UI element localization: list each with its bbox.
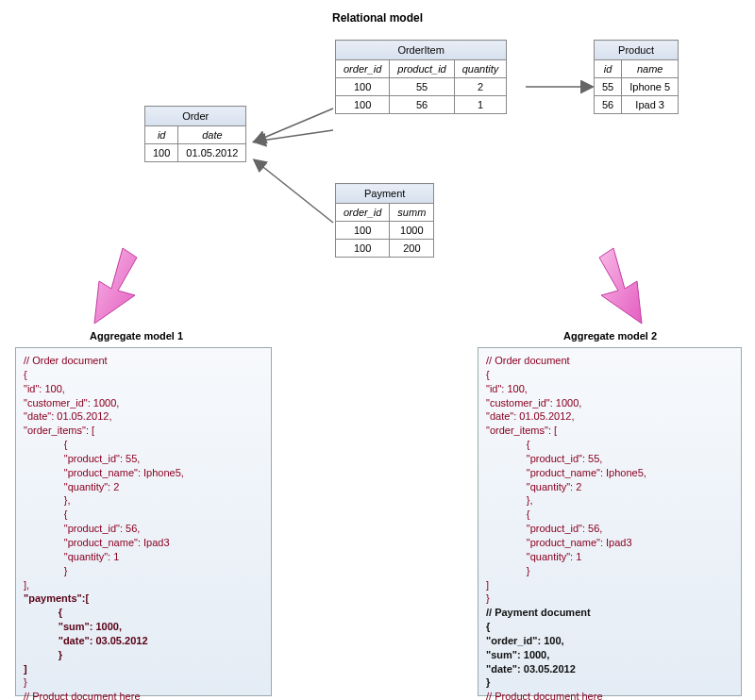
arrow-right-icon xyxy=(590,243,656,328)
col-order-id: order_id xyxy=(336,60,390,78)
col-name: name xyxy=(622,60,679,78)
table-row: 100 56 1 xyxy=(336,96,507,114)
svg-line-1 xyxy=(255,130,333,142)
col-id: id xyxy=(595,60,622,78)
table-order-col-date: date xyxy=(178,126,246,144)
table-orderitem-title: OrderItem xyxy=(336,41,507,60)
table-order: Order id date 100 01.05.2012 xyxy=(144,106,246,162)
aggregate1-document: // Order document { "id": 100, "customer… xyxy=(15,347,272,696)
table-orderitem: OrderItem order_id product_id quantity 1… xyxy=(335,40,507,114)
arrow-left-icon xyxy=(80,243,146,328)
svg-line-3 xyxy=(255,160,333,223)
aggregate2-label: Aggregate model 2 xyxy=(563,330,657,342)
diagram-title: Relational model xyxy=(0,11,755,25)
table-order-col-id: id xyxy=(145,126,178,144)
table-payment: Payment order_id summ 100 1000 100 200 xyxy=(335,183,434,258)
col-order-id: order_id xyxy=(336,204,390,222)
col-quantity: quantity xyxy=(454,60,507,78)
svg-marker-5 xyxy=(599,248,642,324)
svg-line-0 xyxy=(255,108,333,142)
svg-marker-4 xyxy=(94,248,137,324)
table-row: 100 200 xyxy=(336,240,434,258)
table-product: Product id name 55 Iphone 5 56 Ipad 3 xyxy=(594,40,679,114)
table-payment-title: Payment xyxy=(336,184,434,204)
aggregate2-document: // Order document { "id": 100, "customer… xyxy=(478,347,742,696)
table-row: 56 Ipad 3 xyxy=(595,96,679,114)
table-order-title: Order xyxy=(145,107,246,126)
table-row: 55 Iphone 5 xyxy=(595,78,679,96)
col-product-id: product_id xyxy=(390,60,454,78)
col-summ: summ xyxy=(390,204,434,222)
table-row: 100 55 2 xyxy=(336,78,507,96)
table-row: 100 1000 xyxy=(336,222,434,240)
aggregate1-label: Aggregate model 1 xyxy=(90,330,183,342)
table-product-title: Product xyxy=(595,41,679,60)
table-row: 100 01.05.2012 xyxy=(145,144,246,162)
